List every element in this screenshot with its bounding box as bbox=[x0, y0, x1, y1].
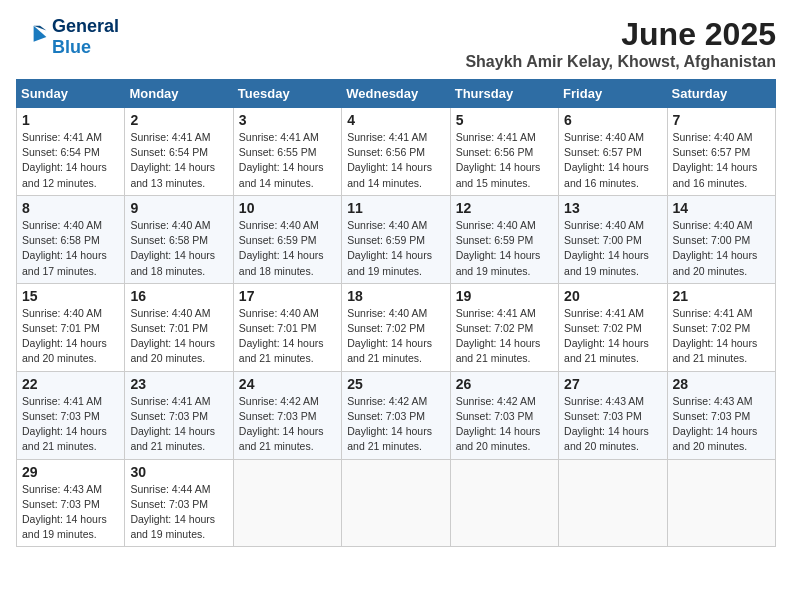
day-info: Sunrise: 4:41 AM Sunset: 6:54 PM Dayligh… bbox=[22, 130, 119, 191]
calendar-cell: 17Sunrise: 4:40 AM Sunset: 7:01 PM Dayli… bbox=[233, 283, 341, 371]
calendar-cell: 30Sunrise: 4:44 AM Sunset: 7:03 PM Dayli… bbox=[125, 459, 233, 547]
logo-text: General Blue bbox=[52, 16, 119, 57]
day-info: Sunrise: 4:41 AM Sunset: 7:03 PM Dayligh… bbox=[22, 394, 119, 455]
day-info: Sunrise: 4:43 AM Sunset: 7:03 PM Dayligh… bbox=[673, 394, 770, 455]
calendar-cell: 16Sunrise: 4:40 AM Sunset: 7:01 PM Dayli… bbox=[125, 283, 233, 371]
calendar-cell: 15Sunrise: 4:40 AM Sunset: 7:01 PM Dayli… bbox=[17, 283, 125, 371]
calendar-cell: 21Sunrise: 4:41 AM Sunset: 7:02 PM Dayli… bbox=[667, 283, 775, 371]
weekday-header-thursday: Thursday bbox=[450, 80, 558, 108]
day-info: Sunrise: 4:42 AM Sunset: 7:03 PM Dayligh… bbox=[456, 394, 553, 455]
calendar-week-row: 8Sunrise: 4:40 AM Sunset: 6:58 PM Daylig… bbox=[17, 195, 776, 283]
weekday-header-tuesday: Tuesday bbox=[233, 80, 341, 108]
calendar-cell: 18Sunrise: 4:40 AM Sunset: 7:02 PM Dayli… bbox=[342, 283, 450, 371]
day-info: Sunrise: 4:41 AM Sunset: 7:02 PM Dayligh… bbox=[564, 306, 661, 367]
day-number: 19 bbox=[456, 288, 553, 304]
calendar-week-row: 22Sunrise: 4:41 AM Sunset: 7:03 PM Dayli… bbox=[17, 371, 776, 459]
day-info: Sunrise: 4:40 AM Sunset: 6:58 PM Dayligh… bbox=[130, 218, 227, 279]
day-number: 26 bbox=[456, 376, 553, 392]
day-number: 15 bbox=[22, 288, 119, 304]
day-number: 4 bbox=[347, 112, 444, 128]
calendar-cell: 2Sunrise: 4:41 AM Sunset: 6:54 PM Daylig… bbox=[125, 108, 233, 196]
calendar-cell: 27Sunrise: 4:43 AM Sunset: 7:03 PM Dayli… bbox=[559, 371, 667, 459]
day-number: 23 bbox=[130, 376, 227, 392]
weekday-header-wednesday: Wednesday bbox=[342, 80, 450, 108]
calendar-cell: 4Sunrise: 4:41 AM Sunset: 6:56 PM Daylig… bbox=[342, 108, 450, 196]
day-number: 18 bbox=[347, 288, 444, 304]
day-number: 25 bbox=[347, 376, 444, 392]
calendar-cell: 6Sunrise: 4:40 AM Sunset: 6:57 PM Daylig… bbox=[559, 108, 667, 196]
day-number: 6 bbox=[564, 112, 661, 128]
day-number: 17 bbox=[239, 288, 336, 304]
day-info: Sunrise: 4:40 AM Sunset: 6:58 PM Dayligh… bbox=[22, 218, 119, 279]
page-title: June 2025 bbox=[465, 16, 776, 53]
day-info: Sunrise: 4:41 AM Sunset: 7:02 PM Dayligh… bbox=[673, 306, 770, 367]
day-number: 10 bbox=[239, 200, 336, 216]
calendar-cell: 1Sunrise: 4:41 AM Sunset: 6:54 PM Daylig… bbox=[17, 108, 125, 196]
day-number: 30 bbox=[130, 464, 227, 480]
day-info: Sunrise: 4:42 AM Sunset: 7:03 PM Dayligh… bbox=[239, 394, 336, 455]
day-info: Sunrise: 4:40 AM Sunset: 7:00 PM Dayligh… bbox=[564, 218, 661, 279]
day-info: Sunrise: 4:41 AM Sunset: 6:56 PM Dayligh… bbox=[456, 130, 553, 191]
calendar-body: 1Sunrise: 4:41 AM Sunset: 6:54 PM Daylig… bbox=[17, 108, 776, 547]
day-number: 29 bbox=[22, 464, 119, 480]
calendar-week-row: 1Sunrise: 4:41 AM Sunset: 6:54 PM Daylig… bbox=[17, 108, 776, 196]
day-number: 14 bbox=[673, 200, 770, 216]
calendar-header: SundayMondayTuesdayWednesdayThursdayFrid… bbox=[17, 80, 776, 108]
day-info: Sunrise: 4:40 AM Sunset: 6:59 PM Dayligh… bbox=[456, 218, 553, 279]
calendar-cell: 3Sunrise: 4:41 AM Sunset: 6:55 PM Daylig… bbox=[233, 108, 341, 196]
day-info: Sunrise: 4:43 AM Sunset: 7:03 PM Dayligh… bbox=[564, 394, 661, 455]
day-info: Sunrise: 4:40 AM Sunset: 6:59 PM Dayligh… bbox=[347, 218, 444, 279]
day-number: 2 bbox=[130, 112, 227, 128]
day-info: Sunrise: 4:43 AM Sunset: 7:03 PM Dayligh… bbox=[22, 482, 119, 543]
title-area: June 2025 Shaykh Amir Kelay, Khowst, Afg… bbox=[465, 16, 776, 71]
weekday-header-row: SundayMondayTuesdayWednesdayThursdayFrid… bbox=[17, 80, 776, 108]
calendar-cell bbox=[233, 459, 341, 547]
day-info: Sunrise: 4:40 AM Sunset: 7:01 PM Dayligh… bbox=[239, 306, 336, 367]
calendar-cell: 5Sunrise: 4:41 AM Sunset: 6:56 PM Daylig… bbox=[450, 108, 558, 196]
calendar-cell: 28Sunrise: 4:43 AM Sunset: 7:03 PM Dayli… bbox=[667, 371, 775, 459]
day-number: 13 bbox=[564, 200, 661, 216]
logo-icon bbox=[16, 21, 48, 53]
calendar-cell: 14Sunrise: 4:40 AM Sunset: 7:00 PM Dayli… bbox=[667, 195, 775, 283]
day-info: Sunrise: 4:41 AM Sunset: 7:02 PM Dayligh… bbox=[456, 306, 553, 367]
day-number: 12 bbox=[456, 200, 553, 216]
calendar-cell: 25Sunrise: 4:42 AM Sunset: 7:03 PM Dayli… bbox=[342, 371, 450, 459]
day-number: 11 bbox=[347, 200, 444, 216]
calendar-week-row: 15Sunrise: 4:40 AM Sunset: 7:01 PM Dayli… bbox=[17, 283, 776, 371]
weekday-header-monday: Monday bbox=[125, 80, 233, 108]
calendar-cell: 29Sunrise: 4:43 AM Sunset: 7:03 PM Dayli… bbox=[17, 459, 125, 547]
header: General Blue June 2025 Shaykh Amir Kelay… bbox=[16, 16, 776, 71]
calendar-cell: 12Sunrise: 4:40 AM Sunset: 6:59 PM Dayli… bbox=[450, 195, 558, 283]
calendar-cell: 22Sunrise: 4:41 AM Sunset: 7:03 PM Dayli… bbox=[17, 371, 125, 459]
weekday-header-friday: Friday bbox=[559, 80, 667, 108]
day-number: 28 bbox=[673, 376, 770, 392]
calendar-cell: 26Sunrise: 4:42 AM Sunset: 7:03 PM Dayli… bbox=[450, 371, 558, 459]
calendar-cell bbox=[342, 459, 450, 547]
day-number: 3 bbox=[239, 112, 336, 128]
day-info: Sunrise: 4:42 AM Sunset: 7:03 PM Dayligh… bbox=[347, 394, 444, 455]
calendar-cell bbox=[450, 459, 558, 547]
calendar-cell bbox=[667, 459, 775, 547]
day-number: 24 bbox=[239, 376, 336, 392]
day-number: 5 bbox=[456, 112, 553, 128]
day-info: Sunrise: 4:41 AM Sunset: 6:55 PM Dayligh… bbox=[239, 130, 336, 191]
calendar-cell: 23Sunrise: 4:41 AM Sunset: 7:03 PM Dayli… bbox=[125, 371, 233, 459]
calendar-cell: 13Sunrise: 4:40 AM Sunset: 7:00 PM Dayli… bbox=[559, 195, 667, 283]
logo: General Blue bbox=[16, 16, 119, 57]
page-subtitle: Shaykh Amir Kelay, Khowst, Afghanistan bbox=[465, 53, 776, 71]
weekday-header-sunday: Sunday bbox=[17, 80, 125, 108]
day-number: 16 bbox=[130, 288, 227, 304]
calendar-cell: 7Sunrise: 4:40 AM Sunset: 6:57 PM Daylig… bbox=[667, 108, 775, 196]
calendar-cell: 24Sunrise: 4:42 AM Sunset: 7:03 PM Dayli… bbox=[233, 371, 341, 459]
day-number: 22 bbox=[22, 376, 119, 392]
day-info: Sunrise: 4:44 AM Sunset: 7:03 PM Dayligh… bbox=[130, 482, 227, 543]
day-info: Sunrise: 4:41 AM Sunset: 6:54 PM Dayligh… bbox=[130, 130, 227, 191]
day-info: Sunrise: 4:41 AM Sunset: 6:56 PM Dayligh… bbox=[347, 130, 444, 191]
day-info: Sunrise: 4:40 AM Sunset: 6:57 PM Dayligh… bbox=[564, 130, 661, 191]
day-number: 1 bbox=[22, 112, 119, 128]
calendar-cell: 9Sunrise: 4:40 AM Sunset: 6:58 PM Daylig… bbox=[125, 195, 233, 283]
day-info: Sunrise: 4:40 AM Sunset: 7:00 PM Dayligh… bbox=[673, 218, 770, 279]
day-info: Sunrise: 4:40 AM Sunset: 6:59 PM Dayligh… bbox=[239, 218, 336, 279]
calendar-table: SundayMondayTuesdayWednesdayThursdayFrid… bbox=[16, 79, 776, 547]
day-number: 21 bbox=[673, 288, 770, 304]
